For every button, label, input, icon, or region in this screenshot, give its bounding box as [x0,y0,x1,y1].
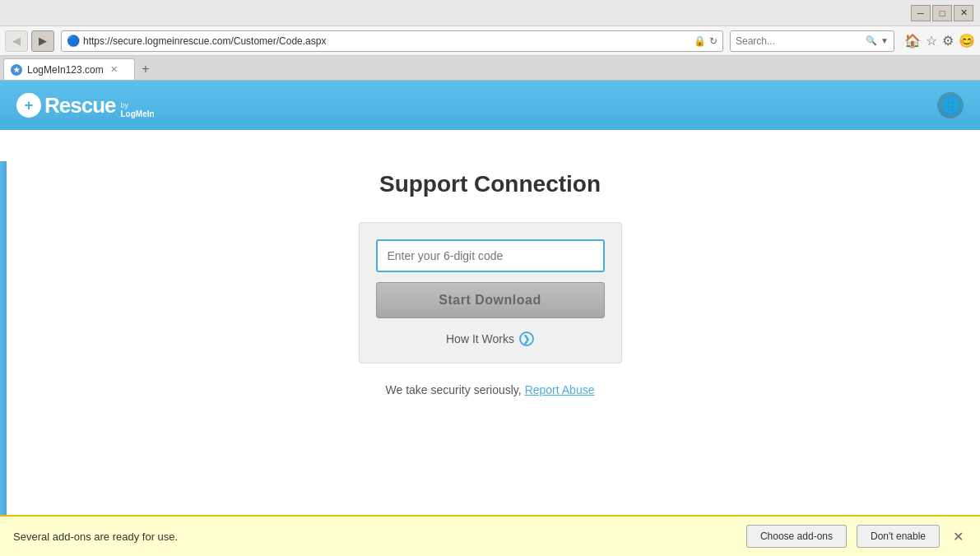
forward-button[interactable]: ▶ [31,30,54,52]
minimize-button[interactable]: ─ [911,5,931,21]
how-it-works-link[interactable]: How It Works ❯ [446,331,534,346]
maximize-button[interactable]: □ [932,5,952,21]
forward-icon: ▶ [39,35,47,47]
secure-icon: 🔵 [67,35,80,47]
title-bar: ─ □ ✕ [0,0,980,26]
new-tab-button[interactable]: + [135,58,156,80]
header-bar: + Rescue by LogMeIn 🌐 [0,81,980,130]
notification-bar: Several add-ons are ready for use. Choos… [0,515,980,556]
logo-by-text: by [121,101,155,109]
home-icon[interactable]: 🏠 [904,33,921,49]
notification-close-button[interactable]: ✕ [950,526,967,548]
tab-bar: ★ LogMeIn123.com ✕ + [0,56,980,81]
dont-enable-button[interactable]: Don't enable [857,525,940,548]
report-abuse-link[interactable]: Report Abuse [525,383,595,396]
smiley-icon[interactable]: 😊 [959,33,975,49]
address-bar[interactable]: 🔵 https://secure.logmeinrescue.com/Custo… [61,30,723,52]
page-title: Support Connection [379,171,601,197]
notification-message: Several add-ons are ready for use. [13,531,736,543]
navigation-bar: ◀ ▶ 🔵 https://secure.logmeinrescue.com/C… [0,26,980,56]
globe-button[interactable]: 🌐 [937,92,964,118]
search-dropdown-icon[interactable]: ▼ [880,36,889,45]
logo-rescue-text: Rescue [44,93,116,118]
start-download-button[interactable]: Start Download [376,282,605,318]
main-content-area: Support Connection Start Download How It… [0,130,980,556]
logo-container: + Rescue by LogMeIn [16,93,155,118]
choose-addons-button[interactable]: Choose add-ons [746,525,847,548]
search-bar[interactable]: 🔍 ▼ [730,30,894,52]
page-content: + Rescue by LogMeIn 🌐 Support Connection… [0,81,980,556]
nav-icons: 🏠 ☆ ⚙ 😊 [904,33,975,49]
logo-circle: + [16,93,41,118]
close-button[interactable]: ✕ [954,5,973,21]
tab-favicon-star: ★ [13,66,20,74]
favorites-icon[interactable]: ☆ [926,33,937,49]
code-input-field[interactable] [376,239,605,272]
back-button[interactable]: ◀ [5,30,28,52]
tab-favicon: ★ [11,64,22,76]
refresh-icon[interactable]: ↻ [709,35,718,47]
browser-window: ─ □ ✕ ◀ ▶ 🔵 https://secure.logmeinrescue… [0,0,980,556]
tab-label: LogMeIn123.com [27,64,104,76]
security-text: We take security seriously, Report Abuse [386,383,595,396]
how-it-works-label: How It Works [446,332,514,345]
window-controls: ─ □ ✕ [911,5,973,21]
logo-brand-text: LogMeIn [121,109,155,118]
lock-icon: 🔒 [694,35,706,47]
tab-close-button[interactable]: ✕ [109,64,119,75]
search-input[interactable] [736,35,862,47]
settings-icon[interactable]: ⚙ [942,33,954,49]
how-it-works-icon: ❯ [519,331,534,346]
logo-by-logmein: by LogMeIn [121,100,155,118]
globe-icon: 🌐 [941,96,959,114]
support-connection-box: Start Download How It Works ❯ [359,222,622,364]
search-magnifier-icon[interactable]: 🔍 [866,35,877,46]
logo-plus: + [25,97,34,114]
address-text: https://secure.logmeinrescue.com/Custome… [83,35,690,47]
active-tab[interactable]: ★ LogMeIn123.com ✕ [3,58,135,80]
back-icon: ◀ [12,35,21,47]
blue-left-accent [0,161,7,556]
